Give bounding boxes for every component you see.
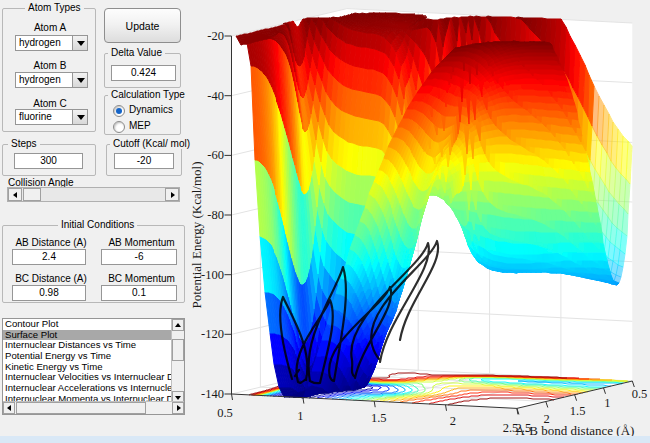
svg-text:-120: -120 (201, 327, 224, 341)
svg-text:A-B bond distance (Å): A-B bond distance (Å) (516, 423, 635, 438)
svg-text:0.5: 0.5 (632, 387, 648, 401)
svg-text:1: 1 (604, 396, 610, 410)
svg-text:-100: -100 (201, 268, 224, 282)
svg-text:-60: -60 (207, 148, 224, 162)
svg-text:-20: -20 (207, 29, 224, 43)
svg-text:2: 2 (450, 414, 456, 428)
svg-text:-80: -80 (207, 208, 224, 222)
svg-text:0.5: 0.5 (217, 406, 233, 420)
svg-text:1.5: 1.5 (570, 404, 586, 418)
svg-text:Potential Energy (Kcal/mol): Potential Energy (Kcal/mol) (189, 161, 204, 308)
svg-text:1.5: 1.5 (371, 411, 387, 425)
svg-text:-40: -40 (207, 89, 224, 103)
svg-text:-140: -140 (201, 387, 224, 401)
svg-text:1: 1 (297, 409, 303, 423)
